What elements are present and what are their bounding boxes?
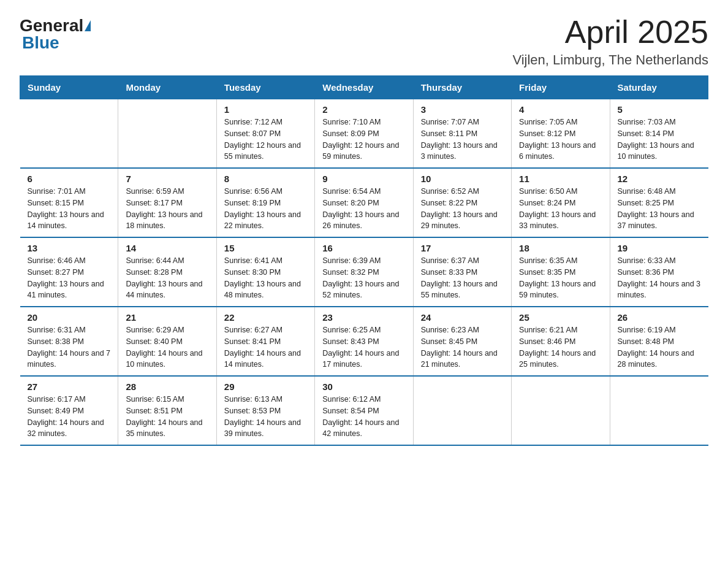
day-info: Sunrise: 6:31 AMSunset: 8:38 PMDaylight:… (28, 324, 111, 370)
calendar-cell: 7Sunrise: 6:59 AMSunset: 8:17 PMDaylight… (118, 168, 216, 237)
calendar-cell: 12Sunrise: 6:48 AMSunset: 8:25 PMDayligh… (610, 168, 708, 237)
day-info: Sunrise: 7:07 AMSunset: 8:11 PMDaylight:… (421, 117, 504, 163)
day-info: Sunrise: 6:15 AMSunset: 8:51 PMDaylight:… (126, 394, 208, 440)
header-tuesday: Tuesday (216, 76, 314, 99)
day-info: Sunrise: 6:41 AMSunset: 8:30 PMDaylight:… (224, 255, 307, 301)
day-info: Sunrise: 6:33 AMSunset: 8:36 PMDaylight:… (618, 255, 701, 301)
day-number: 6 (28, 174, 111, 184)
day-info: Sunrise: 6:59 AMSunset: 8:17 PMDaylight:… (126, 186, 208, 232)
calendar-cell: 6Sunrise: 7:01 AMSunset: 8:15 PMDaylight… (20, 168, 118, 237)
calendar-cell: 28Sunrise: 6:15 AMSunset: 8:51 PMDayligh… (118, 376, 216, 445)
day-number: 13 (28, 243, 111, 253)
calendar-week-4: 20Sunrise: 6:31 AMSunset: 8:38 PMDayligh… (20, 307, 708, 376)
day-info: Sunrise: 6:17 AMSunset: 8:49 PMDaylight:… (28, 394, 111, 440)
day-number: 30 (322, 381, 405, 392)
day-number: 15 (224, 243, 307, 253)
day-info: Sunrise: 6:21 AMSunset: 8:46 PMDaylight:… (519, 324, 602, 370)
title-block: April 2025 Vijlen, Limburg, The Netherla… (512, 15, 708, 68)
day-number: 25 (519, 312, 602, 323)
day-number: 27 (28, 381, 111, 392)
day-number: 29 (224, 381, 307, 392)
header-friday: Friday (512, 76, 610, 99)
header-saturday: Saturday (610, 76, 708, 99)
day-info: Sunrise: 6:29 AMSunset: 8:40 PMDaylight:… (126, 324, 208, 370)
calendar-cell: 3Sunrise: 7:07 AMSunset: 8:11 PMDaylight… (413, 99, 511, 169)
day-number: 3 (421, 104, 504, 115)
day-number: 21 (126, 312, 208, 323)
calendar-cell: 24Sunrise: 6:23 AMSunset: 8:45 PMDayligh… (413, 307, 511, 376)
header-wednesday: Wednesday (315, 76, 413, 99)
day-number: 26 (618, 312, 701, 323)
day-number: 24 (421, 312, 504, 323)
calendar-table: SundayMondayTuesdayWednesdayThursdayFrid… (20, 75, 708, 446)
day-info: Sunrise: 6:48 AMSunset: 8:25 PMDaylight:… (618, 186, 701, 232)
day-info: Sunrise: 6:56 AMSunset: 8:19 PMDaylight:… (224, 186, 307, 232)
calendar-cell (610, 376, 708, 445)
calendar-cell: 15Sunrise: 6:41 AMSunset: 8:30 PMDayligh… (216, 237, 314, 307)
day-number: 7 (126, 174, 208, 184)
day-number: 12 (618, 174, 701, 184)
header-thursday: Thursday (413, 76, 511, 99)
logo: General Blue (20, 17, 91, 53)
calendar-week-1: 1Sunrise: 7:12 AMSunset: 8:07 PMDaylight… (20, 99, 708, 169)
day-info: Sunrise: 6:25 AMSunset: 8:43 PMDaylight:… (322, 324, 405, 370)
day-info: Sunrise: 7:03 AMSunset: 8:14 PMDaylight:… (618, 117, 701, 163)
calendar-cell: 22Sunrise: 6:27 AMSunset: 8:41 PMDayligh… (216, 307, 314, 376)
calendar-cell: 21Sunrise: 6:29 AMSunset: 8:40 PMDayligh… (118, 307, 216, 376)
header-sunday: Sunday (20, 76, 118, 99)
calendar-cell: 18Sunrise: 6:35 AMSunset: 8:35 PMDayligh… (512, 237, 610, 307)
day-info: Sunrise: 7:05 AMSunset: 8:12 PMDaylight:… (519, 117, 602, 163)
day-info: Sunrise: 6:12 AMSunset: 8:54 PMDaylight:… (322, 394, 405, 440)
calendar-cell: 5Sunrise: 7:03 AMSunset: 8:14 PMDaylight… (610, 99, 708, 169)
calendar-cell (413, 376, 511, 445)
calendar-cell: 10Sunrise: 6:52 AMSunset: 8:22 PMDayligh… (413, 168, 511, 237)
calendar-cell (20, 99, 118, 169)
calendar-week-3: 13Sunrise: 6:46 AMSunset: 8:27 PMDayligh… (20, 237, 708, 307)
day-number: 18 (519, 243, 602, 253)
day-number: 16 (322, 243, 405, 253)
day-number: 1 (224, 104, 307, 115)
page-subtitle: Vijlen, Limburg, The Netherlands (512, 52, 708, 68)
page-header: General Blue April 2025 Vijlen, Limburg,… (20, 15, 708, 68)
day-number: 9 (322, 174, 405, 184)
day-info: Sunrise: 7:10 AMSunset: 8:09 PMDaylight:… (322, 117, 405, 163)
logo-blue-text: Blue (22, 33, 59, 53)
calendar-cell (512, 376, 610, 445)
calendar-cell: 29Sunrise: 6:13 AMSunset: 8:53 PMDayligh… (216, 376, 314, 445)
calendar-cell: 16Sunrise: 6:39 AMSunset: 8:32 PMDayligh… (315, 237, 413, 307)
calendar-cell: 23Sunrise: 6:25 AMSunset: 8:43 PMDayligh… (315, 307, 413, 376)
calendar-cell (118, 99, 216, 169)
day-info: Sunrise: 6:23 AMSunset: 8:45 PMDaylight:… (421, 324, 504, 370)
day-info: Sunrise: 6:27 AMSunset: 8:41 PMDaylight:… (224, 324, 307, 370)
day-number: 14 (126, 243, 208, 253)
calendar-cell: 17Sunrise: 6:37 AMSunset: 8:33 PMDayligh… (413, 237, 511, 307)
calendar-cell: 19Sunrise: 6:33 AMSunset: 8:36 PMDayligh… (610, 237, 708, 307)
day-number: 2 (322, 104, 405, 115)
calendar-cell: 2Sunrise: 7:10 AMSunset: 8:09 PMDaylight… (315, 99, 413, 169)
calendar-cell: 11Sunrise: 6:50 AMSunset: 8:24 PMDayligh… (512, 168, 610, 237)
calendar-week-2: 6Sunrise: 7:01 AMSunset: 8:15 PMDaylight… (20, 168, 708, 237)
day-number: 23 (322, 312, 405, 323)
day-info: Sunrise: 6:35 AMSunset: 8:35 PMDaylight:… (519, 255, 602, 301)
day-info: Sunrise: 6:54 AMSunset: 8:20 PMDaylight:… (322, 186, 405, 232)
calendar-cell: 27Sunrise: 6:17 AMSunset: 8:49 PMDayligh… (20, 376, 118, 445)
day-number: 17 (421, 243, 504, 253)
calendar-cell: 20Sunrise: 6:31 AMSunset: 8:38 PMDayligh… (20, 307, 118, 376)
day-info: Sunrise: 6:46 AMSunset: 8:27 PMDaylight:… (28, 255, 111, 301)
logo-triangle-icon (85, 20, 91, 31)
day-number: 8 (224, 174, 307, 184)
calendar-cell: 13Sunrise: 6:46 AMSunset: 8:27 PMDayligh… (20, 237, 118, 307)
day-number: 19 (618, 243, 701, 253)
day-info: Sunrise: 7:12 AMSunset: 8:07 PMDaylight:… (224, 117, 307, 163)
day-number: 28 (126, 381, 208, 392)
day-info: Sunrise: 6:37 AMSunset: 8:33 PMDaylight:… (421, 255, 504, 301)
calendar-header-row: SundayMondayTuesdayWednesdayThursdayFrid… (20, 76, 708, 99)
page-title: April 2025 (512, 15, 708, 50)
calendar-cell: 30Sunrise: 6:12 AMSunset: 8:54 PMDayligh… (315, 376, 413, 445)
day-info: Sunrise: 7:01 AMSunset: 8:15 PMDaylight:… (28, 186, 111, 232)
day-info: Sunrise: 6:50 AMSunset: 8:24 PMDaylight:… (519, 186, 602, 232)
day-number: 11 (519, 174, 602, 184)
calendar-cell: 1Sunrise: 7:12 AMSunset: 8:07 PMDaylight… (216, 99, 314, 169)
day-number: 20 (28, 312, 111, 323)
logo-general-text: General (20, 17, 83, 34)
